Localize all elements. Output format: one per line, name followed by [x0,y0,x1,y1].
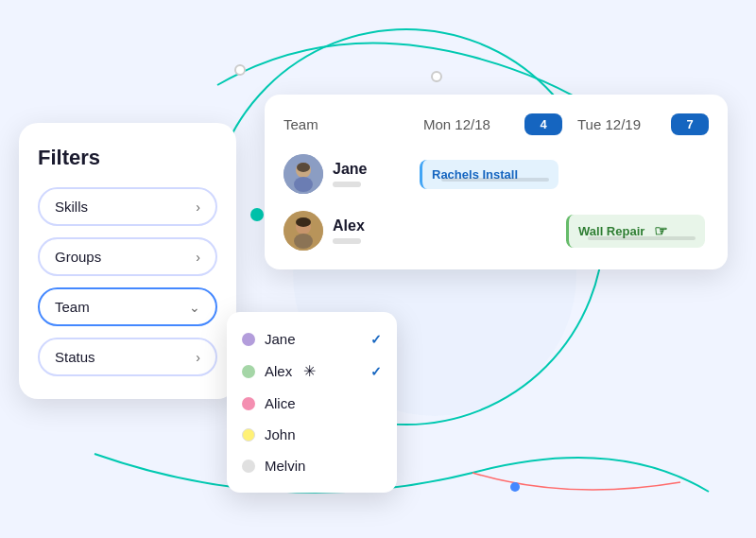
team-dropdown: Jane ✓ Alex ✳ ✓ Alice John Melvin [227,312,397,493]
wall-repair-task[interactable]: Wall Repair ☞ [566,215,705,248]
col1-badge: 4 [524,113,562,135]
alex-text-group: Alex [333,217,365,244]
filter-groups-label: Groups [55,249,101,265]
filter-status-button[interactable]: Status › [38,338,217,376]
alex-color-dot [242,365,255,378]
svg-point-6 [296,217,311,227]
dropdown-item-alice[interactable]: Alice [227,388,397,419]
filter-team-button[interactable]: Team ⌄ [38,287,217,326]
filter-team-label: Team [55,299,90,315]
jane-col1: Rachels Install [416,160,562,189]
calendar-panel: Team Mon 12/18 4 Tue 12/19 7 Jane [265,95,728,269]
col2-badge: 7 [671,113,709,135]
chevron-right-icon-2: › [196,250,200,265]
filters-panel: Filters Skills › Groups › Team ⌄ Status … [19,123,236,399]
dropdown-item-alex[interactable]: Alex ✳ ✓ [227,355,397,388]
jane-col2 [562,160,709,189]
task-progress-bar [441,178,549,182]
dropdown-item-jane[interactable]: Jane ✓ [227,323,397,355]
alex-col2: Wall Repair ☞ [562,215,709,248]
dropdown-alex-label: Alex [265,363,292,379]
chevron-right-icon: › [196,200,200,215]
dropdown-alice-label: Alice [265,395,296,411]
col1-date-label: Mon 12/18 [416,116,524,132]
dot-white-2 [431,71,442,82]
filters-title: Filters [38,146,217,170]
filter-status-label: Status [55,349,95,365]
team-column-label: Team [284,116,416,132]
jane-text-group: Jane [333,161,367,187]
alex-check-icon: ✓ [370,364,382,379]
filter-skills-label: Skills [55,199,88,215]
dot-white-1 [234,64,246,76]
dropdown-jane-label: Jane [265,331,296,347]
melvin-color-dot [242,460,255,473]
dot-blue-1 [510,482,520,492]
chevron-down-icon: ⌄ [189,300,200,315]
alex-avatar [284,211,323,251]
rachels-install-task[interactable]: Rachels Install [420,160,558,189]
jane-bar [333,182,361,187]
alex-name: Alex [333,217,365,234]
alice-color-dot [242,397,255,410]
alex-timeline: Wall Repair ☞ [416,215,709,248]
svg-point-2 [297,163,310,172]
task-progress-bar-2 [588,236,696,240]
dropdown-item-melvin[interactable]: Melvin [227,450,397,481]
calendar-header: Team Mon 12/18 4 Tue 12/19 7 [284,113,709,135]
alex-row: Alex Wall Repair ☞ [284,211,709,251]
cursor-pointer-icon: ✳ [303,362,316,380]
jane-avatar [284,154,323,194]
svg-point-3 [294,177,313,192]
jane-info: Jane [284,154,416,194]
jane-color-dot [242,333,255,346]
alex-bar [333,238,361,244]
dropdown-melvin-label: Melvin [265,458,305,474]
filter-skills-button[interactable]: Skills › [38,187,217,226]
jane-name: Jane [333,161,367,178]
chevron-right-icon-3: › [196,350,200,365]
alex-info: Alex [284,211,416,251]
filter-groups-button[interactable]: Groups › [38,237,217,276]
jane-row: Jane Rachels Install [284,154,709,194]
alex-col1 [416,215,562,248]
dropdown-john-label: John [265,426,296,443]
jane-check-icon: ✓ [370,332,382,347]
svg-point-7 [294,234,313,249]
dropdown-item-john[interactable]: John [227,419,397,450]
col2-date-label: Tue 12/19 [562,116,671,132]
jane-timeline: Rachels Install [416,160,709,189]
john-color-dot [242,428,255,442]
dot-teal-1 [250,208,264,221]
